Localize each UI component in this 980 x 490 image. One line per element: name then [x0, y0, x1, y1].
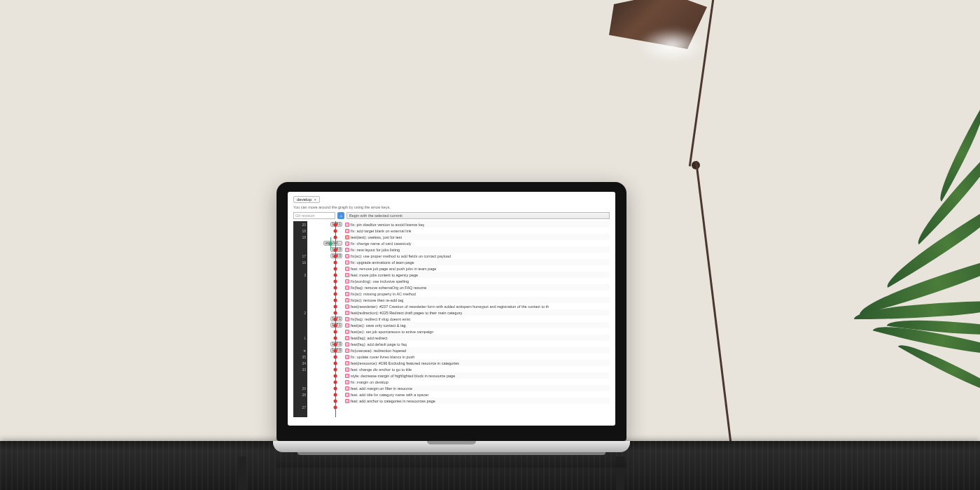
commit-type-icon: [345, 298, 349, 302]
commit-node[interactable]: [334, 298, 337, 302]
gutter-cell: [293, 265, 307, 272]
commit-row[interactable]: feat(redirection): #225 Redirect draft p…: [344, 309, 610, 316]
commit-node[interactable]: [334, 311, 337, 314]
screen: develop You can move around the graph by…: [288, 192, 615, 426]
commit-node[interactable]: [334, 342, 337, 346]
laptop-reflection: [276, 455, 626, 468]
commit-row[interactable]: fix(usecase): redirection hopewd: [344, 347, 610, 354]
commit-node[interactable]: [334, 330, 337, 333]
gutter-cell: 28: [293, 391, 307, 398]
commit-message: style: decrease margin of highlighted bl…: [351, 374, 455, 378]
commit-row[interactable]: feat: move jobs content to agency page: [344, 272, 610, 278]
gutter-cell: [293, 297, 307, 303]
commit-message: fix: upgrade animations of team page: [351, 260, 414, 265]
commit-type-icon: [345, 254, 349, 258]
commit-row[interactable]: fix(ac): remove then re-add tag: [344, 297, 610, 303]
revision-search-input[interactable]: Git revision: [293, 212, 335, 219]
commit-type-icon: [345, 330, 349, 334]
commit-row[interactable]: style: decrease margin of highlighted bl…: [344, 372, 610, 379]
commit-node[interactable]: [334, 304, 337, 308]
commit-node[interactable]: [334, 349, 337, 352]
commit-row[interactable]: feat(ac): set job spontaneous to active …: [344, 328, 610, 335]
commit-row[interactable]: fix(ac): use proper method to add fields…: [344, 253, 610, 259]
commit-type-icon: [345, 235, 349, 239]
commit-row[interactable]: feat: change div anchor to go to title: [344, 366, 610, 372]
commit-node[interactable]: [334, 260, 337, 264]
commit-node[interactable]: [334, 355, 337, 358]
commit-message: feat(ac): save only contact & tag: [351, 323, 406, 328]
commit-row[interactable]: test(test): useless, just for test: [344, 234, 610, 240]
commit-node[interactable]: [329, 241, 332, 245]
commit-row[interactable]: fix: upgrade animations of team page: [344, 259, 610, 265]
search-button[interactable]: ⌕: [337, 212, 344, 219]
commit-message: fix(ac): remove then re-add tag: [351, 298, 403, 302]
commit-node[interactable]: [334, 380, 337, 384]
commit-node[interactable]: [334, 273, 337, 276]
laptop-hinge-notch: [427, 441, 476, 444]
commit-node[interactable]: [334, 235, 337, 239]
commit-node[interactable]: [334, 229, 337, 232]
branch-tag[interactable]: origin/mil…: [323, 241, 342, 246]
commit-message: feat(faq): add default page to faq: [351, 342, 407, 346]
commit-node[interactable]: [334, 374, 337, 377]
commit-node[interactable]: [334, 393, 337, 396]
lamp-glow: [637, 28, 707, 63]
commit-row[interactable]: feat(ac): save only contact & tag: [344, 322, 610, 328]
commit-row[interactable]: fix(wording): use inclusive spelling: [344, 278, 610, 284]
gutter-cell: 1: [293, 335, 307, 341]
commit-row[interactable]: feat(newsletter): #237 Creation of newsl…: [344, 303, 610, 309]
commit-row[interactable]: feat: add anchor to categories in ressou…: [344, 398, 610, 404]
commit-row[interactable]: fix: change name of card casestudy: [344, 240, 610, 246]
lamp-arm-lower: [695, 161, 733, 453]
selected-commit-bar[interactable]: Begin with the selected commit: [346, 212, 610, 219]
commit-row[interactable]: feat: add margin on filter in resource: [344, 385, 610, 391]
commit-row[interactable]: fix: new layout for jobs listing: [344, 246, 610, 253]
commit-node[interactable]: [334, 405, 337, 409]
commit-row[interactable]: feat(faq): add redirect: [344, 335, 610, 341]
branch-dropdown[interactable]: develop: [293, 196, 320, 203]
commit-type-icon: [345, 273, 349, 277]
commit-row[interactable]: fix(ac): missing property in AC method: [344, 290, 610, 297]
gutter-cell: [293, 398, 307, 404]
branch-dropdown-value: develop: [297, 197, 312, 202]
commit-node[interactable]: [334, 336, 337, 340]
commit-message: fix(ac): use proper method to add fields…: [351, 254, 451, 258]
commit-message: fix(wording): use inclusive spelling: [351, 279, 409, 284]
commit-node[interactable]: [334, 317, 337, 321]
commit-node[interactable]: [334, 399, 337, 402]
commit-type-icon: [345, 374, 349, 378]
commit-node[interactable]: [334, 286, 337, 289]
gutter-cell: [293, 379, 307, 385]
commit-node[interactable]: [334, 323, 337, 327]
gutter-cell: 2: [293, 309, 307, 316]
commit-message: feat: move jobs content to agency page: [351, 273, 418, 277]
commit-row[interactable]: feat: add title for category name with a…: [344, 391, 610, 398]
commit-node[interactable]: [334, 386, 337, 390]
commit-row[interactable]: fix: pin ckeditor version to avoid licen…: [344, 221, 610, 227]
graph-lanes: 1.28.1origin/mil…1.28.01.28.01.27.11.27.…: [307, 221, 344, 417]
commit-row[interactable]: feat(ressource): #196 Excluding featured…: [344, 360, 610, 366]
commit-message: fix: change name of card casestudy: [351, 241, 412, 246]
commit-type-icon: [345, 223, 349, 227]
commit-row[interactable]: fix(faq): remove schemaOrg on FAQ resume: [344, 284, 610, 290]
commit-node[interactable]: [334, 248, 337, 251]
gutter-cell: 33: [293, 366, 307, 372]
commit-message: fix(faq): redirect if slug doesnt exist: [351, 317, 410, 321]
commit-row[interactable]: fix: margin on desktop: [344, 379, 610, 385]
commit-node[interactable]: [334, 279, 337, 283]
commit-row[interactable]: fix(faq): redirect if slug doesnt exist: [344, 316, 610, 322]
commit-node[interactable]: [334, 368, 337, 371]
row-gutter: 2019181716321✳353433292827: [293, 221, 307, 417]
commit-type-icon: [345, 260, 349, 265]
commit-node[interactable]: [334, 361, 337, 365]
commit-row[interactable]: fix: add target blank on external link: [344, 227, 610, 234]
commit-row[interactable]: feat(faq): add default page to faq: [344, 341, 610, 347]
commit-node[interactable]: [334, 254, 337, 258]
commit-node[interactable]: [334, 223, 337, 226]
commit-node[interactable]: [334, 267, 337, 270]
commit-row[interactable]: fix: update cover livres blancs in push: [344, 354, 610, 360]
commit-node[interactable]: [334, 292, 337, 295]
commit-list[interactable]: fix: pin ckeditor version to avoid licen…: [344, 221, 610, 417]
commit-row[interactable]: feat: remove job page and push jobs in t…: [344, 265, 610, 272]
commit-type-icon: [345, 342, 349, 346]
